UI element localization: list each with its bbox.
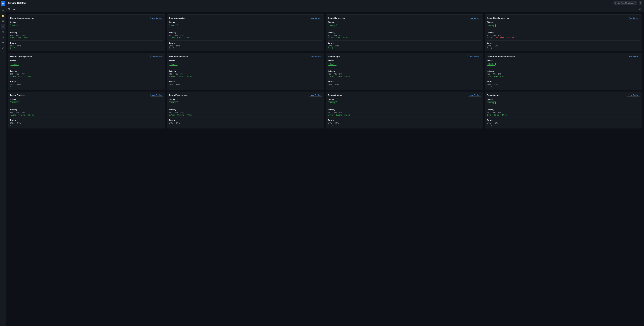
card-header: Demo-Frontend View Service: [10, 94, 163, 96]
divider: [328, 79, 481, 79]
service-name: Demo-Accountingservice: [10, 17, 34, 19]
sidebar-item-globe[interactable]: ◎: [1, 30, 5, 34]
5xx-label: 5XXs: [487, 122, 491, 124]
view-service-button[interactable]: View Service: [309, 16, 322, 20]
p50-label: P50: [10, 34, 13, 36]
p99-label: P99: [340, 34, 342, 36]
errors-values: 0 0: [328, 124, 481, 126]
status-badge: Healthy: [169, 63, 178, 66]
view-service-button[interactable]: View Service: [150, 55, 163, 58]
p99-value: 3.1 ms: [344, 75, 350, 77]
status-badge: Healthy: [10, 101, 19, 104]
view-service-button[interactable]: View Service: [150, 94, 163, 96]
errors-label: Errors: [328, 119, 481, 121]
p99-value: 13.8 ms: [186, 75, 192, 77]
p95-value: 1.1 ms: [336, 114, 342, 116]
errors-headers: 5XXs 4XXs: [487, 122, 640, 124]
p50-label: P50: [169, 112, 172, 114]
view-service-button[interactable]: View Service: [309, 94, 322, 96]
status-badge: Healthy: [328, 24, 337, 27]
errors-label: Errors: [169, 42, 322, 44]
view-service-button[interactable]: View Service: [468, 16, 481, 20]
status-label: Status: [169, 21, 322, 23]
view-service-button[interactable]: View Service: [150, 16, 163, 20]
sidebar-item-dollar[interactable]: $: [1, 35, 5, 40]
errors-section: Errors 5XXs 4XXs 0 0: [169, 42, 322, 49]
5xx-label: 5XXs: [10, 45, 14, 47]
latency-label: Latency: [10, 109, 163, 111]
card-header: Demo-Grafana View Service: [328, 94, 481, 96]
sidebar-item-bell[interactable]: 🔔: [1, 14, 5, 18]
sidebar-item-arrow[interactable]: ↗: [1, 46, 5, 50]
p50-label: P50: [487, 112, 490, 114]
pause-button[interactable]: II: [639, 1, 642, 5]
view-service-button[interactable]: View Service: [627, 55, 640, 58]
status-badge: Healthy: [328, 101, 337, 104]
status-badge: Healthy: [10, 63, 19, 66]
service-card: Demo-Adservice View Service Status Healt…: [167, 14, 324, 51]
status-label: Status: [169, 60, 322, 62]
sidebar-item-grid[interactable]: ⊞: [1, 8, 5, 13]
4xx-value: 0: [491, 124, 492, 126]
view-service-button[interactable]: View Service: [468, 94, 481, 96]
divider: [169, 30, 322, 30]
5xx-label: 5XXs: [10, 84, 14, 85]
card-header: Demo-Frauddetectionservice View Service: [487, 55, 640, 58]
p95-label: P95: [334, 34, 337, 36]
latency-label: Latency: [10, 32, 163, 34]
view-service-button[interactable]: View Service: [627, 16, 640, 20]
service-name: Demo-Flagd: [328, 56, 340, 58]
latency-section: Latency P50 P95 P99 1.7 ms 4 ms 7.6 ms: [328, 32, 481, 39]
service-catalog-content: Demo-Accountingservice View Service Stat…: [6, 12, 644, 326]
p99-value: 2.3 ms: [344, 114, 350, 116]
divider: [328, 118, 481, 118]
sidebar-item-fork[interactable]: ⑂: [1, 24, 5, 29]
latency-values: 36.2 ms 557.4 ms 794.8 ms: [487, 37, 640, 39]
5xx-label: 5XXs: [328, 84, 332, 85]
p50-label: P50: [169, 73, 172, 75]
p99-label: P99: [22, 112, 25, 114]
errors-section: Errors 5XXs 4XXs 0 0: [487, 119, 640, 126]
4xx-label: 4XXs: [335, 122, 339, 124]
p95-value: 557.4 ms: [496, 37, 504, 39]
view-service-button[interactable]: View Service: [627, 94, 640, 96]
time-badge[interactable]: 15m Past 15 Minutes ▾: [614, 1, 637, 4]
service-card: Demo-Frontendproxy View Service Status H…: [167, 92, 324, 128]
latency-label: Latency: [169, 32, 322, 34]
service-card: Demo-Cartservice View Service Status Hea…: [326, 14, 483, 51]
search-input[interactable]: [12, 8, 636, 10]
p99-label: P99: [180, 73, 184, 75]
latency-section: Latency P50 P95 P99 1 ms 2.5 ms 4.5 ms: [487, 109, 640, 116]
status-label: Status: [328, 21, 481, 23]
5xx-label: 5XXs: [328, 45, 332, 47]
p95-label: P95: [16, 112, 19, 114]
close-icon[interactable]: ✕: [638, 8, 642, 11]
4xx-label: 4XXs: [335, 45, 339, 47]
errors-headers: 5XXs 4XXs: [10, 122, 163, 124]
view-service-button[interactable]: View Service: [468, 55, 481, 58]
4xx-value: 0: [332, 124, 333, 126]
service-card: Demo-Currencyservice View Service Status…: [8, 53, 165, 90]
service-name: Demo-Adservice: [169, 17, 185, 19]
service-card: Demo-Frauddetectionservice View Service …: [485, 53, 642, 90]
p99-value: 7.1 ms: [184, 37, 190, 39]
p50-value: 1 ms: [487, 114, 491, 116]
divider: [10, 30, 163, 30]
sidebar-item-chart[interactable]: ▦: [1, 19, 5, 24]
card-header: Demo-Emailservice View Service: [169, 55, 322, 58]
4xx-label: 4XXs: [176, 84, 180, 85]
p95-value: 37.6 ms: [18, 114, 25, 116]
status-badge: Healthy: [487, 101, 496, 104]
view-service-button[interactable]: View Service: [309, 55, 322, 58]
errors-section: Errors 5XXs 4XXs 0 0: [328, 80, 481, 88]
errors-section: Errors 5XXs 4XXs 0 0: [328, 119, 481, 126]
latency-values: 1.7 ms 4 ms 7.6 ms: [328, 37, 481, 39]
service-name: Demo-Cartservice: [328, 17, 345, 19]
service-card: Demo-Frontend View Service Status Health…: [8, 92, 165, 128]
5xx-label: 5XXs: [169, 122, 173, 124]
sidebar-item-gear[interactable]: ⚙: [1, 40, 5, 45]
sidebar: ◈ ⊞ 🔔 ▦ ⑂ ◎ $ ⚙ ↗: [0, 0, 6, 326]
p95-label: P95: [334, 112, 337, 114]
errors-headers: 5XXs 4XXs: [169, 122, 322, 124]
latency-values: 4.5 ms 37.6 ms 68.7 ms: [10, 114, 163, 116]
